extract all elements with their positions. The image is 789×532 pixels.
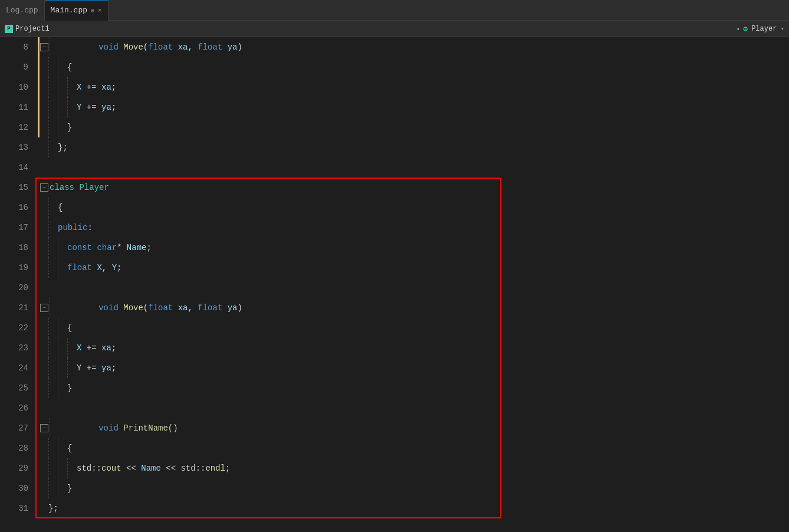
code-line-14 xyxy=(38,157,789,178)
breadcrumb-arrow-down[interactable]: ▾ xyxy=(780,25,784,32)
tab-bar: Log.cpp Main.cpp ⊕ × xyxy=(0,0,789,21)
code-text-22: { xyxy=(67,323,72,333)
code-line-23: X += xa; xyxy=(38,338,789,358)
line-num-25: 25 xyxy=(0,378,28,398)
code-text-12: } xyxy=(67,123,72,132)
code-text-31: }; xyxy=(48,504,58,513)
code-line-12: } xyxy=(38,117,789,137)
line-num-17: 17 xyxy=(0,218,28,238)
line-num-27: 27 xyxy=(0,418,28,438)
fold-21[interactable]: − xyxy=(40,304,48,312)
code-text-11: Y += ya; xyxy=(77,103,116,112)
code-line-27: − void PrintName() xyxy=(38,418,789,438)
tab-close-icon[interactable]: × xyxy=(98,7,102,14)
yellow-bar-8 xyxy=(38,37,40,57)
line-num-13: 13 xyxy=(0,137,28,157)
code-text-28: { xyxy=(67,444,72,453)
code-line-16: { xyxy=(38,198,789,218)
code-line-10: X += xa; xyxy=(38,77,789,97)
line-num-16: 16 xyxy=(0,198,28,218)
line-num-30: 30 xyxy=(0,478,28,498)
code-line-30: } xyxy=(38,478,789,498)
code-line-22: { xyxy=(38,318,789,338)
code-text-9: { xyxy=(67,63,72,72)
symbol-label: Player xyxy=(751,25,777,33)
tab-log[interactable]: Log.cpp xyxy=(0,0,45,21)
line-num-31: 31 xyxy=(0,498,28,518)
code-text-30: } xyxy=(67,484,72,493)
code-line-9: { xyxy=(38,57,789,77)
line-num-29: 29 xyxy=(0,458,28,478)
line-num-24: 24 xyxy=(0,358,28,378)
code-line-8: − void Move(float xa, float ya) xyxy=(38,37,789,57)
line-num-22: 22 xyxy=(0,318,28,338)
yellow-bar-11 xyxy=(38,97,40,117)
line-num-23: 23 xyxy=(0,338,28,358)
code-text-13: }; xyxy=(58,143,68,152)
line-num-9: 9 xyxy=(0,57,28,77)
project-label: Project1 xyxy=(15,25,50,33)
breadcrumb-bar: P Project1 ◂ ⚙ Player ▾ xyxy=(0,21,789,37)
code-line-11: Y += ya; xyxy=(38,97,789,117)
editor: 8 9 10 11 12 13 14 15 16 17 18 19 20 21 … xyxy=(0,37,789,532)
line-num-26: 26 xyxy=(0,398,28,418)
code-line-18: const char* Name; xyxy=(38,238,789,258)
line-num-14: 14 xyxy=(0,157,28,178)
tab-pin-icon: ⊕ xyxy=(91,7,94,14)
line-numbers: 8 9 10 11 12 13 14 15 16 17 18 19 20 21 … xyxy=(0,37,35,532)
tab-main[interactable]: Main.cpp ⊕ × xyxy=(45,0,109,21)
fold-8[interactable]: − xyxy=(40,43,48,51)
code-line-28: { xyxy=(38,438,789,458)
code-line-13: }; xyxy=(38,137,789,157)
code-text-25: } xyxy=(67,383,72,393)
line-num-11: 11 xyxy=(0,97,28,117)
breadcrumb-project[interactable]: P Project1 xyxy=(5,25,50,33)
line-num-18: 18 xyxy=(0,238,28,258)
line-num-15: 15 xyxy=(0,178,28,198)
line-num-19: 19 xyxy=(0,258,28,278)
code-text-15: class Player xyxy=(50,183,109,192)
tab-log-label: Log.cpp xyxy=(6,6,38,15)
tab-main-label: Main.cpp xyxy=(51,6,87,15)
code-area[interactable]: − void Move(float xa, float ya) { X += x… xyxy=(35,37,789,532)
line-num-28: 28 xyxy=(0,438,28,458)
code-text-29: std::cout << Name << std::endl; xyxy=(77,464,230,473)
yellow-bar-10 xyxy=(38,77,40,97)
code-line-21: − void Move(float xa, float ya) xyxy=(38,298,789,318)
code-text-10: X += xa; xyxy=(77,83,116,92)
line-num-20: 20 xyxy=(0,278,28,298)
breadcrumb-right: ◂ ⚙ Player ▾ xyxy=(736,24,784,34)
code-line-24: Y += ya; xyxy=(38,358,789,378)
code-line-25: } xyxy=(38,378,789,398)
project-icon: P xyxy=(5,25,13,33)
line-num-21: 21 xyxy=(0,298,28,318)
code-text-19: float X, Y; xyxy=(67,263,121,272)
code-text-18: const char* Name; xyxy=(67,243,152,252)
line-num-10: 10 xyxy=(0,77,28,97)
code-line-17: public: xyxy=(38,218,789,238)
fold-27[interactable]: − xyxy=(40,424,48,432)
fold-15[interactable]: − xyxy=(40,183,48,192)
line-num-8: 8 xyxy=(0,37,28,57)
code-text-16: { xyxy=(58,203,63,212)
line-num-12: 12 xyxy=(0,117,28,137)
code-text-23: X += xa; xyxy=(77,343,116,353)
symbol-icon: ⚙ xyxy=(743,24,748,34)
code-line-19: float X, Y; xyxy=(38,258,789,278)
code-line-15: − class Player xyxy=(38,178,789,198)
breadcrumb-arrow-left[interactable]: ◂ xyxy=(736,25,740,32)
yellow-bar-12 xyxy=(38,117,40,137)
code-text-24: Y += ya; xyxy=(77,363,116,373)
code-line-31: }; xyxy=(38,498,789,518)
code-text-17: public: xyxy=(58,223,93,232)
yellow-bar-9 xyxy=(38,57,40,77)
code-line-29: std::cout << Name << std::endl; xyxy=(38,458,789,478)
